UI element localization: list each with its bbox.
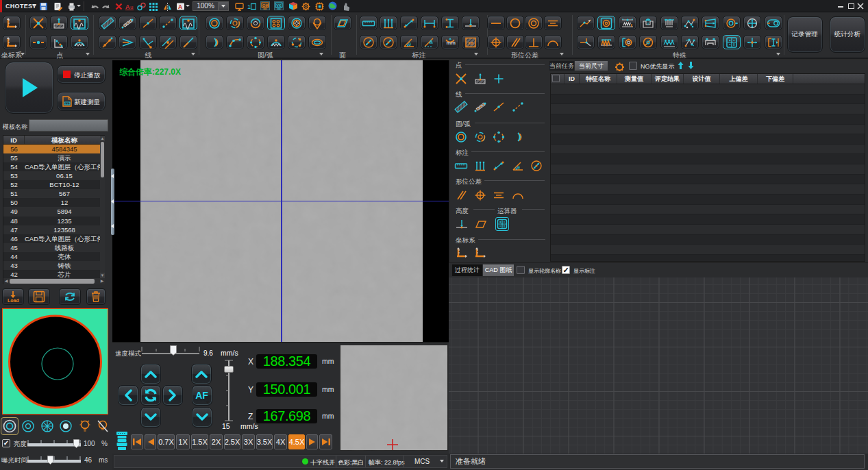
svg-text:xa: xa bbox=[468, 40, 473, 45]
svg-text:mm: mm bbox=[446, 40, 456, 46]
svg-text:θ: θ bbox=[408, 41, 411, 46]
svg-text:1: 1 bbox=[247, 3, 251, 10]
svg-text:θ: θ bbox=[517, 165, 520, 170]
svg-text:VX: VX bbox=[276, 3, 282, 8]
svg-text:OM: OM bbox=[262, 3, 269, 8]
svg-text:A: A bbox=[178, 3, 182, 10]
svg-text:u: u bbox=[130, 4, 133, 10]
svg-text:A: A bbox=[125, 3, 130, 10]
svg-text:Load: Load bbox=[8, 298, 19, 303]
